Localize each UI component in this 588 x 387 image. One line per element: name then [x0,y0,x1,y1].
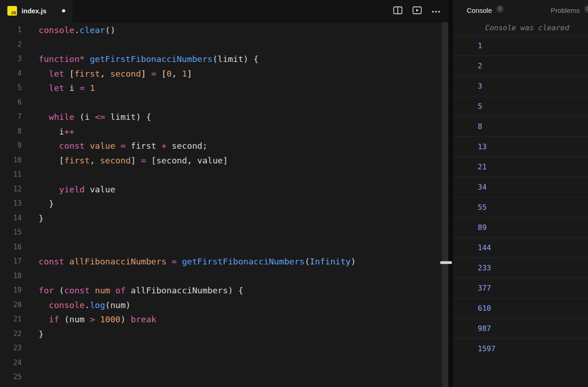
code-token: Infinity [310,257,351,266]
code-line[interactable]: const allFibonacciNumbers = getFirstFibo… [39,254,442,269]
javascript-file-icon-text: JS [11,11,16,15]
editor-scrollbar[interactable] [442,22,448,387]
console-log-entry: 377 [453,278,588,298]
run-icon [413,6,422,16]
code-token: second; [167,141,208,151]
problems-count-badge: 0 [584,5,588,13]
code-line[interactable] [39,168,442,182]
code-line[interactable]: i++ [39,124,442,139]
line-number: 18 [0,269,22,284]
code-line[interactable]: if (num > 1000) break [39,312,442,327]
code-line[interactable]: } [39,327,442,342]
panel-divider[interactable] [448,0,453,387]
code-line[interactable] [39,356,442,370]
console-log-entry: 1 [453,35,588,56]
code-token [64,257,69,266]
code-token: = [151,69,156,79]
line-number: 3 [0,52,22,67]
console-log-entry: 3 [453,76,588,96]
line-number: 20 [0,298,22,313]
code-token: , [100,69,110,79]
code-line[interactable]: } [39,211,442,226]
line-number: 1 [0,23,22,38]
code-token [85,54,90,64]
unsaved-changes-dot[interactable] [62,9,65,12]
code-token: let [49,83,64,93]
console-log-value: 8 [478,122,482,131]
line-number: 24 [0,356,22,370]
console-log-value: 89 [478,223,486,232]
code-token: function* [39,54,85,64]
code-token: console [39,25,74,35]
tab-console[interactable]: Console 0 [467,6,504,14]
code-token: . [85,300,90,310]
line-number: 14 [0,211,22,226]
code-token: first [125,141,161,151]
code-lines[interactable]: console.clear()function* getFirstFibonac… [22,23,442,387]
code-token [177,257,182,266]
code-line[interactable] [39,225,442,240]
code-token: second [100,156,131,165]
console-log-value: 34 [478,183,486,191]
line-number: 21 [0,312,22,327]
code-line[interactable] [39,341,442,356]
code-token [95,314,100,324]
console-header: Console 0 Problems 0 [453,0,588,20]
more-options-icon [432,7,440,14]
tab-problems[interactable]: Problems 0 [551,6,588,14]
split-editor-button[interactable] [390,4,405,18]
code-token: , [90,156,100,165]
console-log-value: 13 [478,142,486,151]
code-editor[interactable]: 1234567891011121314151617181920212223242… [0,22,448,387]
code-line[interactable] [39,95,442,110]
code-line[interactable]: for (const num of allFibonacciNumbers) { [39,283,442,298]
code-line[interactable] [39,269,442,284]
code-token: clear [79,25,105,35]
code-token: getFirstFibonacciNumbers [90,54,212,64]
code-token: const [64,286,90,295]
split-editor-icon [393,6,402,16]
code-token [39,83,49,93]
console-log-value: 1 [478,41,482,50]
code-token: first [74,69,100,79]
code-token: (limit) { [213,54,259,64]
code-line[interactable]: console.log(num) [39,298,442,313]
code-token: yield [59,185,85,194]
code-line[interactable]: const value = first + second; [39,139,442,153]
code-line[interactable]: while (i <= limit) { [39,110,442,124]
code-token: ( [305,257,310,266]
code-line[interactable]: console.clear() [39,23,442,38]
tab-index-js[interactable]: JS index.js [0,0,73,22]
code-token: 1 [182,69,187,79]
code-line[interactable]: function* getFirstFibonacciNumbers(limit… [39,52,442,67]
line-number: 12 [0,182,22,197]
code-token: ) [351,257,356,266]
code-line[interactable] [39,370,442,385]
tab-filename: index.js [22,7,46,15]
console-log-entry: 13 [453,136,588,157]
code-line[interactable] [39,240,442,255]
code-line[interactable] [39,38,442,52]
line-numbers: 1234567891011121314151617181920212223242… [0,23,22,387]
console-log-value: 5 [478,102,482,111]
code-token: getFirstFibonacciNumbers [182,257,305,266]
code-token: for [39,286,54,295]
code-token: = [172,257,177,266]
run-button[interactable] [410,4,424,18]
console-log-entry: 1597 [453,338,588,359]
code-token [85,141,90,151]
line-number: 4 [0,67,22,81]
code-token: + [161,141,166,151]
console-log-value: 987 [478,324,491,333]
code-token [85,83,90,93]
code-line[interactable]: let [first, second] = [0, 1] [39,67,442,81]
code-line[interactable]: [first, second] = [second, value] [39,153,442,168]
splitter-handle[interactable] [440,261,452,264]
code-token: ( [54,286,64,295]
code-token: > [90,314,95,324]
more-options-button[interactable] [429,5,443,17]
code-token: i [39,127,64,136]
code-line[interactable]: let i = 1 [39,81,442,95]
code-line[interactable]: yield value [39,182,442,197]
code-line[interactable]: } [39,196,442,211]
